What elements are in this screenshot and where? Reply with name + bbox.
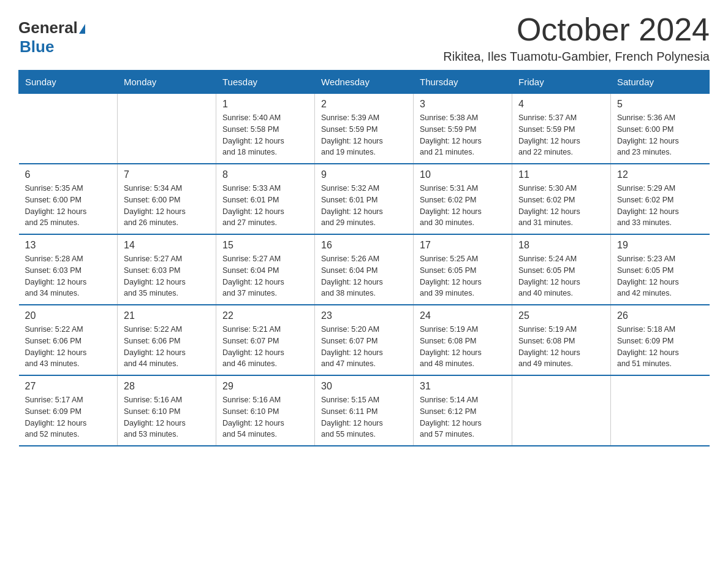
calendar-week-3: 13Sunrise: 5:28 AM Sunset: 6:03 PM Dayli… [19,234,710,305]
day-info: Sunrise: 5:32 AM Sunset: 6:01 PM Dayligh… [321,183,407,229]
day-number: 29 [222,381,308,392]
day-info: Sunrise: 5:25 AM Sunset: 6:05 PM Dayligh… [420,253,506,299]
calendar-header-row: SundayMondayTuesdayWednesdayThursdayFrid… [19,71,710,94]
calendar-cell: 27Sunrise: 5:17 AM Sunset: 6:09 PM Dayli… [19,375,118,446]
day-number: 18 [518,240,604,251]
day-info: Sunrise: 5:37 AM Sunset: 5:59 PM Dayligh… [518,112,604,158]
day-number: 13 [25,240,112,251]
calendar-cell: 2Sunrise: 5:39 AM Sunset: 5:59 PM Daylig… [315,94,414,164]
day-number: 11 [518,169,604,180]
calendar-cell: 6Sunrise: 5:35 AM Sunset: 6:00 PM Daylig… [19,164,118,234]
day-info: Sunrise: 5:29 AM Sunset: 6:02 PM Dayligh… [617,183,703,229]
day-info: Sunrise: 5:28 AM Sunset: 6:03 PM Dayligh… [25,253,112,299]
day-number: 31 [420,381,506,392]
title-area: October 2024 Rikitea, Iles Tuamotu-Gambi… [443,12,710,64]
day-info: Sunrise: 5:16 AM Sunset: 6:10 PM Dayligh… [222,394,308,440]
day-info: Sunrise: 5:18 AM Sunset: 6:09 PM Dayligh… [617,324,703,370]
day-number: 2 [321,99,407,110]
calendar-cell: 28Sunrise: 5:16 AM Sunset: 6:10 PM Dayli… [118,375,216,446]
day-info: Sunrise: 5:20 AM Sunset: 6:07 PM Dayligh… [321,324,407,370]
day-number: 5 [617,99,703,110]
day-number: 20 [25,310,112,321]
calendar-cell: 30Sunrise: 5:15 AM Sunset: 6:11 PM Dayli… [315,375,414,446]
day-number: 23 [321,310,407,321]
day-number: 24 [420,310,506,321]
calendar-cell [19,94,118,164]
day-number: 15 [222,240,308,251]
day-info: Sunrise: 5:19 AM Sunset: 6:08 PM Dayligh… [420,324,506,370]
calendar-cell: 21Sunrise: 5:22 AM Sunset: 6:06 PM Dayli… [118,305,216,375]
header-wednesday: Wednesday [315,71,414,94]
header-friday: Friday [512,71,611,94]
calendar-cell: 18Sunrise: 5:24 AM Sunset: 6:05 PM Dayli… [512,234,611,305]
main-title: October 2024 [443,12,710,47]
calendar-week-2: 6Sunrise: 5:35 AM Sunset: 6:00 PM Daylig… [19,164,710,234]
calendar-cell: 12Sunrise: 5:29 AM Sunset: 6:02 PM Dayli… [611,164,710,234]
day-number: 9 [321,169,407,180]
day-info: Sunrise: 5:23 AM Sunset: 6:05 PM Dayligh… [617,253,703,299]
day-info: Sunrise: 5:17 AM Sunset: 6:09 PM Dayligh… [25,394,112,440]
day-number: 17 [420,240,506,251]
calendar-cell [118,94,216,164]
day-number: 8 [222,169,308,180]
subtitle: Rikitea, Iles Tuamotu-Gambier, French Po… [443,50,710,64]
day-number: 6 [25,169,112,180]
day-number: 4 [518,99,604,110]
day-number: 1 [222,99,308,110]
calendar-cell: 20Sunrise: 5:22 AM Sunset: 6:06 PM Dayli… [19,305,118,375]
day-number: 25 [518,310,604,321]
day-number: 14 [124,240,210,251]
day-info: Sunrise: 5:24 AM Sunset: 6:05 PM Dayligh… [518,253,604,299]
page-header: General Blue October 2024 Rikitea, Iles … [18,12,710,64]
calendar-cell: 13Sunrise: 5:28 AM Sunset: 6:03 PM Dayli… [19,234,118,305]
day-number: 30 [321,381,407,392]
calendar-cell: 24Sunrise: 5:19 AM Sunset: 6:08 PM Dayli… [414,305,512,375]
day-info: Sunrise: 5:21 AM Sunset: 6:07 PM Dayligh… [222,324,308,370]
day-info: Sunrise: 5:34 AM Sunset: 6:00 PM Dayligh… [124,183,210,229]
calendar-cell: 31Sunrise: 5:14 AM Sunset: 6:12 PM Dayli… [414,375,512,446]
calendar-cell: 15Sunrise: 5:27 AM Sunset: 6:04 PM Dayli… [216,234,315,305]
day-info: Sunrise: 5:36 AM Sunset: 6:00 PM Dayligh… [617,112,703,158]
logo-general-text: General [18,18,78,37]
day-number: 16 [321,240,407,251]
logo-blue-text: Blue [20,37,54,56]
calendar-cell: 26Sunrise: 5:18 AM Sunset: 6:09 PM Dayli… [611,305,710,375]
day-number: 27 [25,381,112,392]
calendar-cell: 16Sunrise: 5:26 AM Sunset: 6:04 PM Dayli… [315,234,414,305]
day-info: Sunrise: 5:15 AM Sunset: 6:11 PM Dayligh… [321,394,407,440]
calendar-cell: 8Sunrise: 5:33 AM Sunset: 6:01 PM Daylig… [216,164,315,234]
day-number: 10 [420,169,506,180]
day-number: 19 [617,240,703,251]
header-tuesday: Tuesday [216,71,315,94]
day-number: 3 [420,99,506,110]
calendar-cell: 17Sunrise: 5:25 AM Sunset: 6:05 PM Dayli… [414,234,512,305]
day-info: Sunrise: 5:19 AM Sunset: 6:08 PM Dayligh… [518,324,604,370]
day-info: Sunrise: 5:27 AM Sunset: 6:03 PM Dayligh… [124,253,210,299]
day-info: Sunrise: 5:26 AM Sunset: 6:04 PM Dayligh… [321,253,407,299]
calendar-cell: 29Sunrise: 5:16 AM Sunset: 6:10 PM Dayli… [216,375,315,446]
header-saturday: Saturday [611,71,710,94]
day-info: Sunrise: 5:14 AM Sunset: 6:12 PM Dayligh… [420,394,506,440]
day-number: 28 [124,381,210,392]
day-info: Sunrise: 5:33 AM Sunset: 6:01 PM Dayligh… [222,183,308,229]
calendar-week-5: 27Sunrise: 5:17 AM Sunset: 6:09 PM Dayli… [19,375,710,446]
header-monday: Monday [118,71,216,94]
calendar-cell: 7Sunrise: 5:34 AM Sunset: 6:00 PM Daylig… [118,164,216,234]
calendar-cell: 22Sunrise: 5:21 AM Sunset: 6:07 PM Dayli… [216,305,315,375]
calendar-cell [611,375,710,446]
calendar-cell: 1Sunrise: 5:40 AM Sunset: 5:58 PM Daylig… [216,94,315,164]
day-info: Sunrise: 5:22 AM Sunset: 6:06 PM Dayligh… [25,324,112,370]
calendar-cell: 4Sunrise: 5:37 AM Sunset: 5:59 PM Daylig… [512,94,611,164]
calendar-week-1: 1Sunrise: 5:40 AM Sunset: 5:58 PM Daylig… [19,94,710,164]
header-thursday: Thursday [414,71,512,94]
calendar-table: SundayMondayTuesdayWednesdayThursdayFrid… [18,70,710,446]
logo-triangle-icon [79,24,85,34]
day-number: 12 [617,169,703,180]
calendar-cell: 11Sunrise: 5:30 AM Sunset: 6:02 PM Dayli… [512,164,611,234]
day-number: 21 [124,310,210,321]
day-info: Sunrise: 5:31 AM Sunset: 6:02 PM Dayligh… [420,183,506,229]
calendar-cell: 23Sunrise: 5:20 AM Sunset: 6:07 PM Dayli… [315,305,414,375]
calendar-cell [512,375,611,446]
calendar-cell: 14Sunrise: 5:27 AM Sunset: 6:03 PM Dayli… [118,234,216,305]
calendar-cell: 3Sunrise: 5:38 AM Sunset: 5:59 PM Daylig… [414,94,512,164]
